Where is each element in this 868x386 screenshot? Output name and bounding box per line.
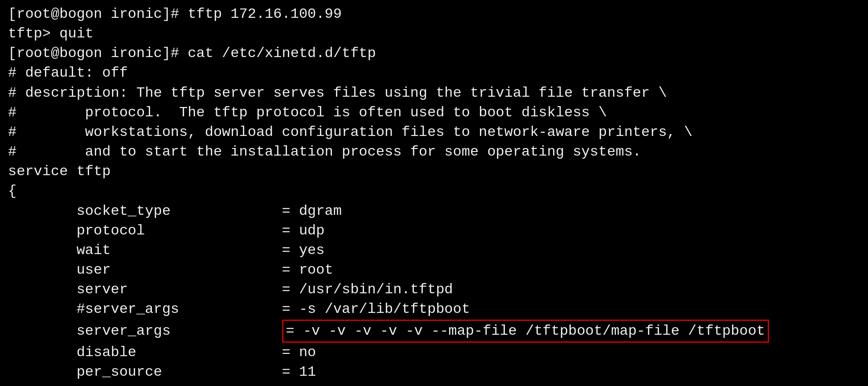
line-3: [root@bogon ironic]# cat /etc/xinetd.d/t… [8,44,860,63]
line-11: socket_type = dgram [8,201,860,221]
line-5: # description: The tftp server serves fi… [8,83,860,103]
line-8: # and to start the installation process … [8,142,860,162]
terminal-window: [root@bogon ironic]# tftp 172.16.100.99 … [0,0,868,386]
line-12: protocol = udp [8,221,860,241]
server-args-highlight: = -v -v -v -v -v --map-file /tftpboot/ma… [282,320,769,343]
line-16: #server_args = -s /var/lib/tftpboot [8,300,860,319]
line-4: # default: off [8,63,860,83]
line-18: disable = no [8,343,860,362]
line-9: service tftp [8,162,860,181]
line-17-server-args: server_args = -v -v -v -v -v --map-file … [8,320,860,343]
line-7: # workstations, download configuration f… [8,123,860,142]
line-13: wait = yes [8,241,860,260]
line-6: # protocol. The tftp protocol is often u… [8,103,860,123]
line-10: { [8,181,860,201]
line-1: [root@bogon ironic]# tftp 172.16.100.99 [8,4,860,24]
line-14: user = root [8,260,860,280]
line-2: tftp> quit [8,24,860,44]
line-15: server = /usr/sbin/in.tftpd [8,280,860,300]
line-17-prefix: server_args [8,321,282,341]
line-20: cps = 100 2 [8,382,860,386]
line-19: per_source = 11 [8,362,860,382]
